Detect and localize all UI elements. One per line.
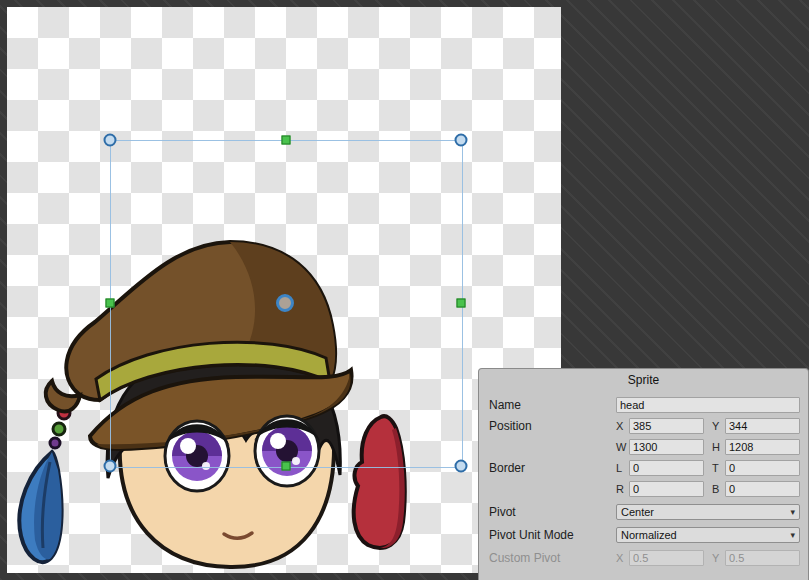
border-t-label: T	[712, 462, 722, 474]
name-label: Name	[489, 397, 521, 413]
handle-right-mid[interactable]	[457, 299, 466, 308]
pivot-value: Center	[621, 506, 654, 518]
border-label: Border	[489, 460, 525, 476]
sprite-inspector-panel: Sprite Name Position X Y W H	[478, 368, 809, 580]
position-y-label: Y	[712, 420, 722, 432]
handle-left-mid[interactable]	[106, 299, 115, 308]
chevron-down-icon: ▾	[790, 531, 795, 540]
pivot-unit-mode-dropdown[interactable]: Normalized ▾	[616, 527, 800, 543]
chevron-down-icon: ▾	[790, 508, 795, 517]
name-input[interactable]	[616, 397, 800, 413]
pivot-label: Pivot	[489, 504, 516, 520]
position-label: Position	[489, 418, 532, 434]
border-r-label: R	[616, 483, 626, 495]
panel-title: Sprite	[479, 373, 808, 387]
border-l-label: L	[616, 462, 626, 474]
handle-bottom-right[interactable]	[455, 460, 468, 473]
position-x-label: X	[616, 420, 626, 432]
custom-pivot-y-label: Y	[712, 552, 722, 564]
position-h-input[interactable]	[725, 439, 800, 455]
handle-top-mid[interactable]	[282, 136, 291, 145]
custom-pivot-x-label: X	[616, 552, 626, 564]
handle-top-right[interactable]	[455, 134, 468, 147]
handle-bottom-left[interactable]	[104, 460, 117, 473]
custom-pivot-label: Custom Pivot	[489, 550, 560, 566]
position-h-label: H	[712, 441, 722, 453]
position-w-label: W	[616, 441, 626, 453]
position-w-input[interactable]	[629, 439, 704, 455]
border-r-input[interactable]	[629, 481, 704, 497]
position-x-input[interactable]	[629, 418, 704, 434]
handle-top-left[interactable]	[104, 134, 117, 147]
handle-bottom-mid[interactable]	[282, 462, 291, 471]
border-b-input[interactable]	[725, 481, 800, 497]
pivot-handle[interactable]	[276, 294, 294, 312]
custom-pivot-y-input	[725, 550, 800, 566]
border-t-input[interactable]	[725, 460, 800, 476]
pivot-dropdown[interactable]: Center ▾	[616, 504, 800, 520]
custom-pivot-x-input	[629, 550, 704, 566]
position-y-input[interactable]	[725, 418, 800, 434]
border-b-label: B	[712, 483, 722, 495]
pivot-unit-mode-label: Pivot Unit Mode	[489, 527, 574, 543]
pivot-unit-mode-value: Normalized	[621, 529, 677, 541]
sprite-editor-window: Sprite Name Position X Y W H	[0, 0, 809, 580]
border-l-input[interactable]	[629, 460, 704, 476]
